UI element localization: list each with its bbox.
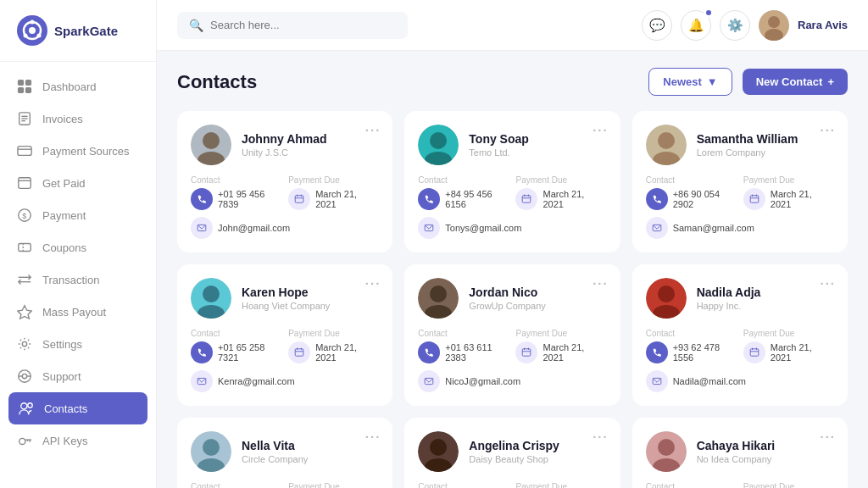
page-title: Contacts [177,71,257,93]
email-row: NicoJ@gmail.com [418,370,606,392]
card-header: Nadila Adja Happy Inc. [646,278,834,319]
phone-icon [191,188,213,210]
avatar [191,278,231,319]
chat-icon-button[interactable]: 💬 [642,10,672,41]
contact-label: Contact +01 63 611 2383 [418,329,509,363]
invoices-icon [17,111,32,126]
more-options-button[interactable]: ··· [820,123,836,137]
svg-point-54 [658,132,675,149]
contact-card: Jordan Nico GrowUp Company ··· Contact +… [404,264,620,406]
more-options-button[interactable]: ··· [820,430,836,444]
svg-text:$: $ [22,212,26,220]
sidebar-item-transaction[interactable]: Transaction [0,263,156,296]
header-icons: 💬 🔔 ⚙️ Rara Avis [642,10,848,41]
sidebar-item-coupons[interactable]: Coupons [0,231,156,263]
sidebar-item-support[interactable]: Support [0,360,156,392]
email-address: Kenra@gmail.com [218,376,295,386]
sort-button[interactable]: Newest ▼ [648,68,732,96]
contact-name: Jordan Nico [469,286,545,299]
calendar-icon [515,341,537,363]
email-address: Tonys@gmail.com [445,223,521,233]
payment-icon: $ [17,208,32,223]
avatar [646,125,687,165]
phone-number: +84 95 456 6156 [445,189,509,209]
more-options-button[interactable]: ··· [593,430,609,444]
card-header: Karen Hope Hoang Viet Company [191,278,379,319]
sidebar-item-settings[interactable]: Settings [0,328,156,360]
svg-rect-7 [25,80,31,86]
contact-card: Nella Vita Circle Company ··· Contact Pa… [177,418,392,488]
sidebar-item-api-keys[interactable]: API Keys [0,424,156,457]
phone-number: +93 62 478 1556 [673,342,737,363]
svg-rect-80 [750,349,759,356]
svg-rect-20 [19,244,31,252]
notification-badge [704,8,713,17]
sidebar-item-payment[interactable]: $Payment [0,199,156,231]
svg-point-2 [29,27,36,34]
payment-due-label: Payment Due March 21, 2021 [288,329,379,363]
more-options-button[interactable]: ··· [365,430,381,444]
sidebar-item-dashboard[interactable]: Dashboard [0,70,156,103]
contact-company: Happy Inc. [697,301,761,311]
search-icon: 🔍 [189,19,203,32]
contact-card: Angelina Crispy Daisy Beauty Shop ··· Co… [404,418,620,488]
avatar [759,10,789,41]
svg-rect-16 [19,178,31,189]
sidebar-item-contacts[interactable]: Contacts [8,392,147,424]
sidebar-label-support: Support [42,370,81,383]
payment-due-label-empty: Payment Due [743,482,834,488]
transaction-icon [17,272,32,287]
sidebar-label-payment-sources: Payment Sources [42,145,130,158]
email-address: Nadila@mail.com [673,376,746,386]
calendar-icon [288,188,310,210]
avatar [418,278,459,319]
contact-name: Angelina Crispy [469,439,559,452]
payment-date: March 21, 2021 [315,189,379,209]
card-details: Contact Payment Due [418,482,606,488]
more-options-button[interactable]: ··· [820,276,836,291]
contact-company: Daisy Beauty Shop [469,454,559,464]
sidebar-label-api-keys: API Keys [42,435,87,447]
contacts-grid: Johnny Ahmad Unity J.S.C ··· Contact +01… [177,111,848,488]
sidebar-label-settings: Settings [42,338,82,351]
avatar [646,278,687,319]
contact-card: Samantha William Lorem Company ··· Conta… [632,111,848,252]
svg-rect-72 [523,349,531,356]
sidebar-label-get-paid: Get Paid [42,177,86,190]
more-options-button[interactable]: ··· [365,276,381,291]
contact-label-empty: Contact [646,482,737,488]
logo-icon [17,15,47,46]
contact-card: Karen Hope Hoang Viet Company ··· Contac… [177,264,392,406]
card-info: Tony Soap Temo Ltd. [469,132,529,158]
sort-label: Newest [663,75,702,88]
user-profile[interactable]: Rara Avis [759,10,848,41]
card-header: Tony Soap Temo Ltd. [418,125,606,165]
email-icon [646,217,668,239]
phone-icon [646,341,668,363]
svg-rect-48 [523,196,531,202]
svg-point-78 [658,286,675,302]
payment-due-label-empty: Payment Due [515,482,606,488]
search-input[interactable] [210,19,396,31]
contact-company: Hoang Viet Company [242,301,330,311]
notification-icon-button[interactable]: 🔔 [681,10,711,41]
settings-icon [17,336,32,352]
sidebar-item-get-paid[interactable]: Get Paid [0,167,156,199]
sidebar-item-payment-sources[interactable]: Payment Sources [0,135,156,167]
new-contact-button[interactable]: New Contact + [743,69,848,95]
phone-number: +86 90 054 2902 [673,189,737,209]
search-box[interactable]: 🔍 [177,12,408,39]
contact-company: GrowUp Company [469,301,545,311]
more-options-button[interactable]: ··· [593,123,609,137]
settings-icon-button[interactable]: ⚙️ [720,10,750,41]
sidebar-item-invoices[interactable]: Invoices [0,103,156,135]
sidebar-item-mass-payout[interactable]: Mass Payout [0,296,156,328]
more-options-button[interactable]: ··· [593,276,609,291]
email-address: Saman@gmail.com [673,223,754,233]
calendar-icon [288,341,310,363]
svg-point-46 [430,132,447,149]
more-options-button[interactable]: ··· [365,123,381,137]
card-info: Karen Hope Hoang Viet Company [242,286,330,311]
svg-point-38 [203,132,220,149]
phone-number: +01 65 258 7321 [218,342,281,363]
